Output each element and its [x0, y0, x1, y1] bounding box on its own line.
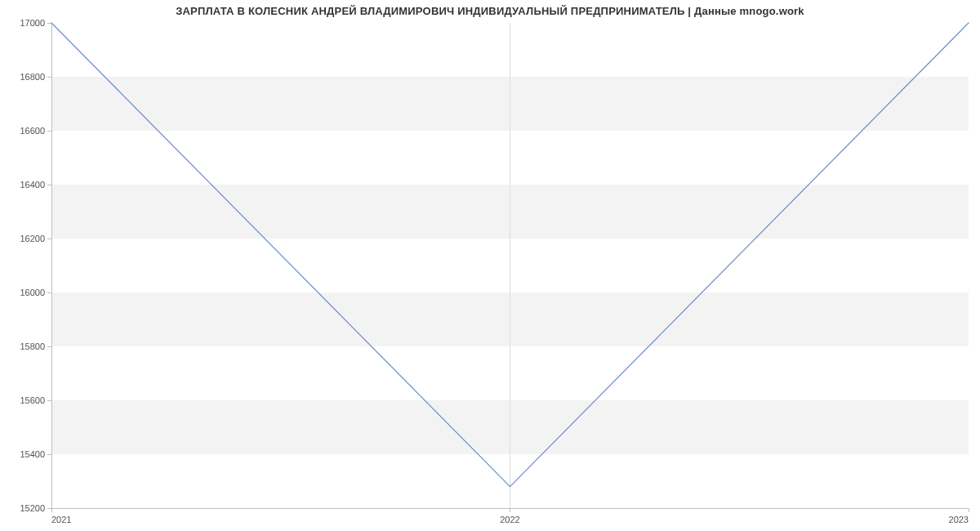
svg-text:15400: 15400 [20, 449, 45, 459]
salary-chart: ЗАРПЛАТА В КОЛЕСНИК АНДРЕЙ ВЛАДИМИРОВИЧ … [0, 0, 980, 531]
svg-text:15800: 15800 [20, 341, 45, 351]
svg-text:15200: 15200 [20, 503, 45, 513]
svg-text:17000: 17000 [20, 18, 45, 28]
chart-svg: 1520015400156001580016000162001640016600… [0, 0, 980, 531]
svg-text:16600: 16600 [20, 126, 45, 136]
svg-text:16200: 16200 [20, 234, 45, 243]
svg-text:2022: 2022 [500, 515, 519, 524]
svg-text:2023: 2023 [949, 515, 969, 524]
svg-text:16800: 16800 [20, 72, 45, 82]
svg-text:16000: 16000 [20, 288, 45, 297]
svg-text:16400: 16400 [20, 180, 45, 190]
svg-text:2021: 2021 [51, 515, 71, 524]
svg-text:15600: 15600 [20, 395, 45, 405]
